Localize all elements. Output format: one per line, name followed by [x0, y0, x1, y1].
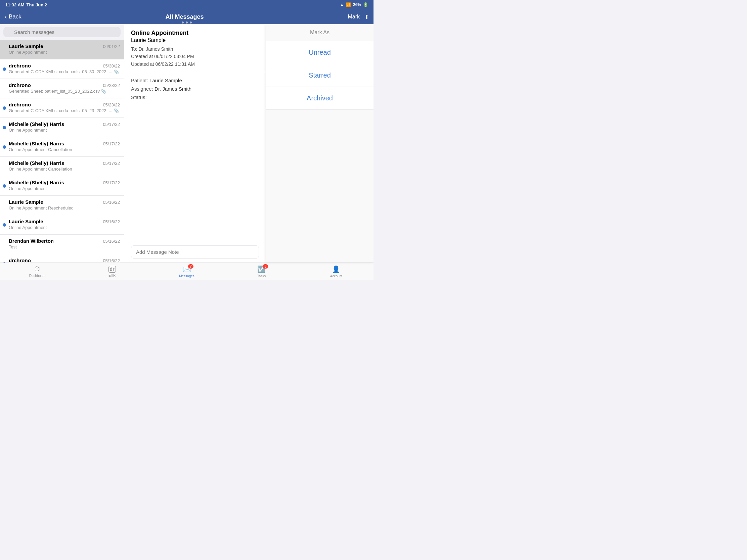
- message-item[interactable]: drchrono 05/16/22 Generated C-CDA XMLs: …: [0, 254, 124, 263]
- dot-1: [182, 22, 184, 24]
- page-title: All Messages: [22, 14, 348, 21]
- message-item[interactable]: Brendan Wilberton 05/16/22 Test: [0, 235, 124, 254]
- attachment-icon: 📎: [101, 89, 106, 94]
- tab-dashboard[interactable]: ⏱ Dashboard: [0, 263, 75, 280]
- back-label[interactable]: Back: [9, 14, 22, 20]
- message-date: 05/17/22: [103, 122, 120, 127]
- message-item-header: Laurie Sample 05/16/22: [9, 199, 120, 205]
- tab-bar: ⏱ Dashboard dr EHR 7 ✉️ Messages 3 ☑️ Ta…: [0, 263, 374, 280]
- share-button[interactable]: ⬆: [364, 14, 369, 20]
- message-date: 05/17/22: [103, 180, 120, 185]
- message-item-header: drchrono 05/16/22: [9, 258, 120, 263]
- mark-as-starred[interactable]: Starred: [266, 64, 374, 87]
- message-item-header: Michelle (Shelly) Harris 05/17/22: [9, 121, 120, 127]
- message-item[interactable]: Laurie Sample 05/16/22 Online Appointmen…: [0, 196, 124, 215]
- tab-ehr-label: EHR: [108, 274, 115, 277]
- message-date: 05/23/22: [103, 83, 120, 88]
- tab-account[interactable]: 👤 Account: [299, 263, 374, 280]
- message-item[interactable]: Laurie Sample 05/16/22 Online Appointmen…: [0, 215, 124, 235]
- nav-bar-right: Mark ⬆: [347, 14, 369, 20]
- message-sender: Michelle (Shelly) Harris: [9, 180, 64, 185]
- center-dots: [182, 22, 192, 24]
- mark-button[interactable]: Mark: [347, 14, 360, 20]
- message-preview: Online Appointment: [9, 50, 120, 55]
- message-preview: Online Appointment Cancellation: [9, 166, 120, 171]
- message-item-header: drchrono 05/23/22: [9, 102, 120, 107]
- message-sender: Brendan Wilberton: [9, 238, 54, 244]
- status-row: Status:: [131, 94, 259, 100]
- message-item-header: drchrono 05/23/22: [9, 82, 120, 88]
- tab-messages-label: Messages: [179, 274, 195, 278]
- message-updated: Updated at 06/02/22 11:31 AM: [131, 60, 259, 68]
- message-list: Laurie Sample 06/01/22 Online Appointmen…: [0, 40, 124, 263]
- message-sender: Michelle (Shelly) Harris: [9, 160, 64, 166]
- message-sender: drchrono: [9, 82, 31, 88]
- message-detail-panel: Online Appointment Laurie Sample To: Dr.…: [124, 24, 266, 263]
- message-item[interactable]: Michelle (Shelly) Harris 05/17/22 Online…: [0, 118, 124, 137]
- tab-dashboard-label: Dashboard: [29, 274, 46, 278]
- message-sender: Michelle (Shelly) Harris: [9, 141, 64, 146]
- message-date: 05/23/22: [103, 102, 120, 107]
- status-bar-left: 11:32 AM Thu Jun 2: [5, 2, 47, 7]
- message-detail-meta: To: Dr. James Smith Created at 06/01/22 …: [131, 45, 259, 68]
- message-sender: Laurie Sample: [9, 199, 43, 205]
- message-detail-header: Online Appointment Laurie Sample To: Dr.…: [124, 24, 266, 72]
- mark-as-panel: Mark As Unread Starred Archived: [266, 24, 374, 263]
- message-preview: Online Appointment: [9, 128, 120, 133]
- attachment-icon: 📎: [114, 70, 119, 74]
- message-item-header: Brendan Wilberton 05/16/22: [9, 238, 120, 244]
- message-item[interactable]: drchrono 05/30/22 Generated C-CDA XMLs: …: [0, 59, 124, 79]
- message-item[interactable]: drchrono 05/23/22 Generated Sheet: patie…: [0, 79, 124, 98]
- message-preview: Online Appointment Cancellation: [9, 147, 120, 152]
- message-item[interactable]: drchrono 05/23/22 Generated C-CDA XMLs: …: [0, 98, 124, 118]
- mark-as-unread[interactable]: Unread: [266, 41, 374, 64]
- back-button[interactable]: ‹ Back: [5, 14, 22, 21]
- message-preview: Generated C-CDA XMLs: ccda_xmls_05_23_20…: [9, 108, 120, 113]
- tab-messages[interactable]: 7 ✉️ Messages: [150, 263, 224, 280]
- message-date: 05/17/22: [103, 141, 120, 146]
- tab-tasks-label: Tasks: [257, 274, 266, 278]
- patient-row: Patient: Laurie Sample: [131, 78, 259, 83]
- message-item[interactable]: Michelle (Shelly) Harris 05/17/22 Online…: [0, 176, 124, 196]
- message-item-header: drchrono 05/30/22: [9, 63, 120, 69]
- message-detail-title: Online Appointment: [131, 30, 259, 36]
- message-preview: Online Appointment: [9, 225, 120, 230]
- message-item-header: Michelle (Shelly) Harris 05/17/22: [9, 180, 120, 185]
- message-item[interactable]: Michelle (Shelly) Harris 05/17/22 Online…: [0, 157, 124, 176]
- message-sender: drchrono: [9, 102, 31, 107]
- status-date: Thu Jun 2: [27, 2, 47, 7]
- message-preview: Online Appointment: [9, 186, 120, 191]
- message-detail-sender: Laurie Sample: [131, 37, 259, 43]
- search-bar: 🔍: [0, 24, 124, 40]
- nav-bar: ‹ Back All Messages Mark ⬆: [0, 9, 374, 24]
- account-icon: 👤: [332, 265, 340, 273]
- message-list-panel: 🔍 Laurie Sample 06/01/22 Online Appointm…: [0, 24, 124, 263]
- tab-tasks[interactable]: 3 ☑️ Tasks: [224, 263, 299, 280]
- message-date: 05/17/22: [103, 161, 120, 166]
- tasks-badge: 3: [263, 264, 268, 269]
- message-item[interactable]: Laurie Sample 06/01/22 Online Appointmen…: [0, 40, 124, 59]
- wifi-icon: 📶: [346, 2, 351, 7]
- message-item-header: Laurie Sample 06/01/22: [9, 43, 120, 49]
- dot-3: [190, 22, 192, 24]
- message-preview: Generated Sheet: patient_list_05_23_2022…: [9, 89, 120, 94]
- message-sender: drchrono: [9, 63, 31, 69]
- message-item-header: Michelle (Shelly) Harris 05/17/22: [9, 141, 120, 146]
- message-date: 05/16/22: [103, 258, 120, 263]
- mark-as-archived[interactable]: Archived: [266, 87, 374, 110]
- message-item[interactable]: Michelle (Shelly) Harris 05/17/22 Online…: [0, 137, 124, 157]
- ehr-icon: dr: [108, 266, 116, 273]
- message-created: Created at 06/01/22 03:04 PM: [131, 53, 259, 60]
- search-input[interactable]: [3, 27, 121, 37]
- tab-account-label: Account: [330, 274, 342, 278]
- attachment-icon: 📎: [114, 108, 119, 113]
- message-date: 05/16/22: [103, 219, 120, 224]
- message-date: 05/16/22: [103, 239, 120, 244]
- dot-2: [186, 22, 188, 24]
- dashboard-icon: ⏱: [34, 265, 41, 273]
- tab-ehr[interactable]: dr EHR: [75, 263, 149, 280]
- main-layout: 🔍 Laurie Sample 06/01/22 Online Appointm…: [0, 24, 374, 263]
- assignee-value: Dr. James Smith: [155, 86, 191, 92]
- message-note-input[interactable]: [131, 245, 259, 259]
- mark-as-header: Mark As: [266, 24, 374, 41]
